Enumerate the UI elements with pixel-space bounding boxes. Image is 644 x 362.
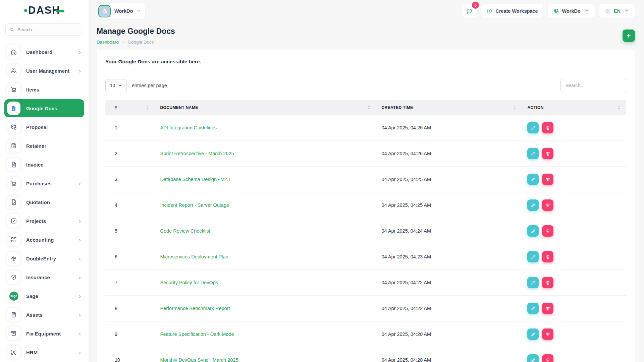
sidebar-item-accounting[interactable]: Accounting› (4, 231, 84, 249)
delete-button[interactable] (542, 225, 553, 237)
table-search-input[interactable] (560, 79, 626, 92)
sidebar-item-doubleentry[interactable]: DoubleEntry› (4, 249, 84, 267)
chevron-down-icon (584, 7, 590, 15)
document-link[interactable]: Sprint Retrospective - March 2025 (160, 151, 234, 156)
sidebar-item-label: Insurance (26, 275, 73, 280)
app-logo: DASH (0, 0, 89, 21)
sidebar-item-assets[interactable]: Assets› (4, 306, 84, 324)
created-time: 04 Apr 2025, 04:24 AM (376, 218, 522, 244)
row-number: 9 (105, 321, 155, 347)
building-icon (101, 8, 108, 14)
delete-button[interactable] (542, 199, 553, 211)
document-link[interactable]: Feature Specification - Dark Mode (160, 331, 234, 337)
sidebar-item-sage[interactable]: sageSage› (4, 287, 84, 305)
sidebar-item-items[interactable]: Items (4, 80, 84, 99)
language-selector[interactable]: EN (599, 4, 635, 18)
sidebar-item-proposal[interactable]: Proposal (4, 118, 84, 136)
row-number: 6 (105, 244, 155, 270)
sidebar-item-label: Projects (26, 218, 73, 224)
table-row: 9Feature Specification - Dark Mode04 Apr… (105, 321, 626, 347)
edit-button[interactable] (527, 199, 539, 211)
sidebar-item-fix-equipment[interactable]: Fix Equipment› (4, 324, 84, 343)
delete-button[interactable] (542, 303, 553, 314)
edit-button[interactable] (527, 174, 539, 185)
notification-badge: 0 (472, 2, 479, 9)
table-header-row: #DOCUMENT NAMECREATED TIMEACTION (105, 100, 626, 115)
edit-button[interactable] (527, 277, 539, 288)
table-controls: 10 entries per page (105, 79, 626, 92)
shield-check-icon (7, 270, 20, 284)
sidebar-item-invoice[interactable]: Invoice (4, 156, 84, 174)
document-link[interactable]: Security Policy for DevOps (160, 280, 218, 285)
created-time: 04 Apr 2025, 04:25 AM (376, 167, 522, 192)
main-area: WorkDo 0 Create Workspace WorkDo EN (89, 0, 644, 362)
document-link[interactable]: Code Review Checklist (160, 228, 210, 234)
sidebar-item-user-management[interactable]: User Management› (4, 62, 84, 80)
document-link[interactable]: Monthly DevOps Sync - March 2025 (160, 357, 238, 362)
file-text-icon (7, 158, 20, 171)
workspace-selector[interactable]: WorkDo (97, 3, 145, 19)
sidebar-item-label: Sage (26, 293, 73, 299)
document-link[interactable]: API Integration Guidelines (160, 125, 217, 130)
delete-button[interactable] (542, 148, 553, 159)
document-link[interactable]: Incident Report - Server Outage (160, 202, 229, 208)
sidebar-item-purchases[interactable]: Purchases› (4, 174, 84, 192)
sidebar-item-quotation[interactable]: Quotation (4, 193, 84, 211)
edit-button[interactable] (527, 225, 539, 237)
delete-button[interactable] (542, 328, 553, 340)
sidebar-search-input[interactable] (17, 27, 79, 32)
plus-circle-icon (486, 8, 492, 14)
cart-icon (7, 177, 20, 190)
workspace-menu[interactable]: WorkDo (548, 4, 595, 18)
delete-button[interactable] (542, 251, 553, 262)
created-time: 04 Apr 2025, 04:20 AM (376, 347, 522, 362)
edit-button[interactable] (527, 303, 539, 314)
edit-button[interactable] (527, 354, 539, 362)
chevron-right-icon: › (79, 68, 81, 74)
topbar-right: 0 Create Workspace WorkDo EN (462, 4, 635, 18)
sidebar-search[interactable] (5, 23, 83, 36)
delete-button[interactable] (542, 277, 553, 288)
sidebar-item-label: HRM (26, 350, 73, 355)
calculator-icon (7, 308, 20, 321)
sidebar-item-label: Proposal (26, 124, 81, 130)
created-time: 04 Apr 2025, 04:23 AM (376, 244, 522, 270)
delete-button[interactable] (542, 174, 553, 185)
sidebar-item-projects[interactable]: Projects› (4, 212, 84, 230)
sidebar-item-retainer[interactable]: Retainer (4, 137, 84, 155)
delete-button[interactable] (542, 122, 553, 133)
sidebar-item-insurance[interactable]: Insurance› (4, 268, 84, 286)
chevron-right-icon: › (79, 49, 81, 55)
create-workspace-button[interactable]: Create Workspace (481, 4, 543, 18)
grid-plus-icon (553, 8, 559, 14)
sidebar-item-google-docs[interactable]: Google Docs (4, 99, 84, 117)
created-time: 04 Apr 2025, 04:26 AM (376, 141, 522, 167)
entries-per-page-select[interactable]: 10 (105, 79, 127, 92)
breadcrumb-dashboard-link[interactable]: Dashboard (97, 40, 119, 45)
edit-button[interactable] (527, 122, 539, 133)
row-number: 2 (105, 141, 155, 167)
edit-button[interactable] (527, 148, 539, 159)
sort-arrows-icon (513, 106, 516, 110)
edit-button[interactable] (527, 251, 539, 262)
sidebar-item-hrm[interactable]: HRM› (4, 343, 84, 361)
add-document-button[interactable]: + (623, 29, 635, 42)
page-title: Manage Google Docs (97, 27, 175, 36)
entries-label: entries per page (132, 83, 167, 88)
sidebar-item-label: Google Docs (26, 106, 81, 111)
column-header[interactable]: ACTION (522, 100, 626, 115)
document-link[interactable]: Microservices Deployment Plan (160, 254, 228, 259)
edit-button[interactable] (527, 328, 539, 340)
delete-button[interactable] (542, 354, 553, 362)
chevron-right-icon: › (79, 293, 81, 299)
created-time: 04 Apr 2025, 04:26 AM (376, 115, 522, 141)
chat-bubble-icon (466, 8, 473, 15)
document-link[interactable]: Database Schema Design - V2.1 (160, 177, 231, 182)
messages-button[interactable]: 0 (462, 4, 477, 18)
column-header[interactable]: # (105, 100, 155, 115)
logo-dot-icon (24, 9, 27, 12)
column-header[interactable]: DOCUMENT NAME (155, 100, 376, 115)
document-link[interactable]: Performance Benchmark Report (160, 306, 230, 311)
sidebar-item-dashboard[interactable]: Dashboard› (4, 43, 84, 61)
column-header[interactable]: CREATED TIME (376, 100, 522, 115)
